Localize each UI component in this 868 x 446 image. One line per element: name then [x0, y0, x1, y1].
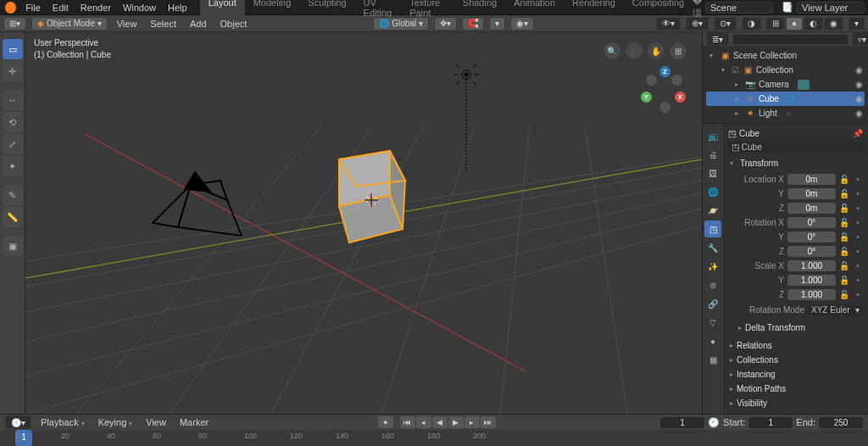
props-tab-material[interactable]: ● — [704, 332, 721, 349]
axis-z-icon[interactable]: Z — [659, 66, 670, 77]
workspace-tab-sculpting[interactable]: Sculpting — [299, 0, 354, 20]
axis-neg1-icon[interactable] — [646, 75, 657, 86]
timeline-editor-type[interactable]: 🕘▾ — [5, 415, 31, 429]
lock-icon[interactable]: 🔓 — [839, 247, 849, 256]
outliner-filter[interactable]: ▿▾ — [852, 32, 868, 46]
props-tab-scene[interactable]: 🌐 — [704, 183, 721, 200]
props-tab-world[interactable]: 🪐 — [704, 202, 721, 219]
gizmo-persp[interactable]: ⊞ — [670, 42, 687, 59]
pivot-selector[interactable]: ✥▾ — [434, 17, 457, 31]
tool-annotate[interactable]: ✎ — [3, 185, 23, 205]
rotation-mode-select[interactable]: XYZ Euler▾ — [808, 304, 863, 315]
snap-options[interactable]: ▾ — [489, 17, 505, 31]
viewport-menu-select[interactable]: Select — [146, 17, 181, 31]
scale-z[interactable]: 1.000 — [787, 289, 836, 300]
props-tab-texture[interactable]: ▦ — [704, 351, 721, 368]
xray-toggle[interactable]: ◑ — [742, 17, 761, 31]
keyframe-prev-button[interactable]: ◂ — [416, 416, 431, 428]
menu-render[interactable]: Render — [75, 1, 117, 14]
viewport-3d[interactable]: User Perspective (1) Collection | Cube 🔍… — [25, 32, 702, 414]
visibility-toggle[interactable]: ◉ — [855, 65, 865, 75]
play-rev-button[interactable]: ◀ — [432, 416, 448, 428]
tool-measure[interactable]: 📏 — [3, 207, 23, 227]
props-tab-output[interactable]: 🖨 — [704, 146, 721, 163]
shading-solid[interactable]: ● — [786, 17, 803, 31]
menu-file[interactable]: File — [19, 1, 47, 14]
shading-matprev[interactable]: ◐ — [804, 17, 823, 31]
snap-toggle[interactable]: 🧲 — [462, 17, 484, 31]
nav-gizmo[interactable]: X Y Z — [641, 66, 687, 112]
props-tab-modifiers[interactable]: 🔧 — [704, 239, 721, 256]
outliner-display-mode[interactable]: ≣▾ — [706, 32, 729, 46]
outliner-item-camera[interactable]: ▸📷 Camera ◉ — [706, 77, 865, 92]
viewport-menu-object[interactable]: Object — [216, 17, 252, 31]
panel-delta-transform[interactable]: Delta Transform — [737, 321, 863, 335]
visibility-toggle[interactable]: ◉ — [855, 80, 865, 89]
visibility-filter[interactable]: 👁▾ — [656, 17, 681, 31]
menu-window[interactable]: Window — [117, 1, 162, 14]
viewport-menu-add[interactable]: Add — [186, 17, 211, 31]
lock-icon[interactable]: 🔓 — [839, 175, 849, 184]
start-frame[interactable]: 1 — [748, 417, 793, 428]
props-tab-physics[interactable]: ⊚ — [704, 276, 721, 293]
lock-icon[interactable]: 🔓 — [839, 276, 849, 285]
workspace-tab-modeling[interactable]: Modeling — [245, 0, 300, 20]
tool-move[interactable]: ↔ — [3, 90, 23, 110]
props-tab-render[interactable]: 📺 — [704, 127, 721, 144]
overlay-toggle[interactable]: ⊙▾ — [714, 17, 737, 31]
location-x[interactable]: 0m — [787, 174, 836, 185]
axis-y-icon[interactable]: Y — [641, 92, 652, 103]
panel-motion-paths[interactable]: Motion Paths — [728, 382, 863, 396]
rotation-z[interactable]: 0° — [787, 246, 836, 257]
location-z[interactable]: 0m — [787, 203, 836, 214]
lock-icon[interactable]: 🔓 — [839, 189, 849, 198]
props-tab-object[interactable]: ◳ — [704, 220, 721, 237]
tool-rotate[interactable]: ⟲ — [3, 112, 23, 132]
jump-start-button[interactable]: ⏮ — [400, 416, 415, 428]
scene-name-input[interactable] — [705, 2, 773, 14]
mode-selector[interactable]: ◆Object Mode ▾ — [31, 17, 108, 31]
location-y[interactable]: 0m — [787, 188, 836, 199]
props-tab-viewlayer[interactable]: 🖼 — [704, 164, 721, 181]
clock-icon[interactable]: 🕘 — [708, 417, 720, 428]
lock-icon[interactable]: 🔓 — [839, 290, 849, 299]
jump-end-button[interactable]: ⏭ — [481, 416, 496, 428]
visibility-toggle[interactable]: ◉ — [855, 94, 865, 103]
axis-x-icon[interactable]: X — [675, 92, 686, 103]
rotation-y[interactable]: 0° — [787, 231, 836, 243]
play-button[interactable]: ▶ — [448, 416, 464, 428]
viewport-menu-view[interactable]: View — [113, 17, 142, 31]
outliner-search[interactable] — [732, 34, 849, 45]
axis-neg2-icon[interactable] — [671, 75, 682, 86]
workspace-tab-rendering[interactable]: Rendering — [564, 0, 624, 20]
timeline-menu-view[interactable]: View — [142, 415, 170, 429]
panel-collections[interactable]: Collections — [728, 353, 863, 367]
lock-icon[interactable]: 🔓 — [839, 203, 849, 213]
object-name-field[interactable]: ◳ Cube — [728, 142, 863, 153]
shading-wireframe[interactable]: ⊞ — [766, 17, 785, 31]
current-frame[interactable]: 1 — [660, 417, 704, 428]
shading-options[interactable]: ▾ — [849, 17, 865, 31]
menu-edit[interactable]: Edit — [47, 1, 75, 14]
pin-icon[interactable]: 📌 — [853, 129, 863, 138]
tool-cursor[interactable]: ✛ — [3, 61, 23, 81]
end-frame[interactable]: 250 — [819, 417, 863, 428]
panel-instancing[interactable]: Instancing — [728, 367, 863, 382]
viewlayer-input[interactable] — [797, 2, 865, 14]
scale-y[interactable]: 1.000 — [787, 275, 836, 286]
lock-icon[interactable]: 🔓 — [839, 261, 849, 270]
gizmo-zoom[interactable]: 🔍 — [604, 42, 620, 59]
menu-help[interactable]: Help — [162, 1, 193, 14]
outliner-item-cube[interactable]: ▸▿ Cube ▽ ◉ — [706, 92, 865, 106]
scale-x[interactable]: 1.000 — [787, 260, 836, 271]
props-tab-particles[interactable]: ✨ — [704, 258, 721, 275]
outliner-item-light[interactable]: ▸✷ Light ○ ◉ — [706, 106, 865, 120]
outliner-scene-collection[interactable]: ▾▣ Scene Collection — [706, 48, 865, 63]
timeline-menu-keying[interactable]: Keying — [94, 415, 137, 429]
editor-type-button[interactable]: ⊞▾ — [3, 17, 26, 31]
tool-select-box[interactable]: ▭ — [3, 39, 23, 59]
timeline-menu-marker[interactable]: Marker — [175, 415, 213, 429]
props-tab-constraints[interactable]: 🔗 — [704, 295, 721, 312]
keyframe-next-button[interactable]: ▸ — [465, 416, 480, 428]
autokey-button[interactable]: ● — [378, 416, 393, 428]
